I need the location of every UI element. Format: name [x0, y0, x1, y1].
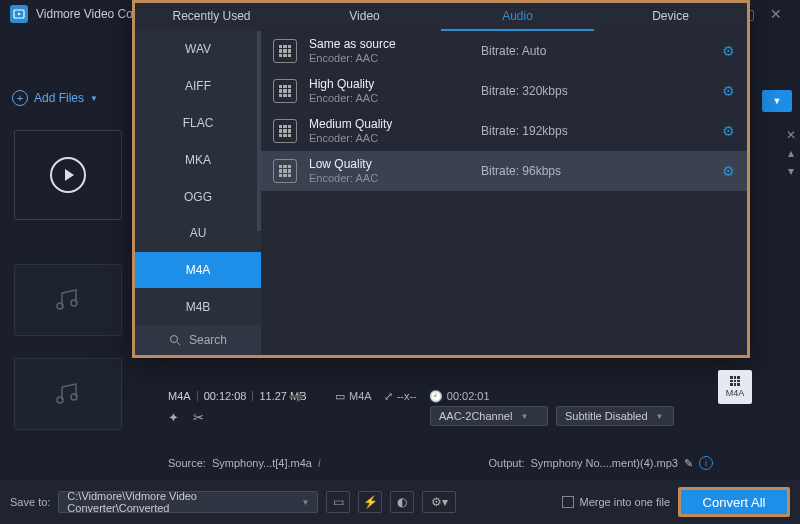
tab-video[interactable]: Video — [288, 3, 441, 31]
format-search-input[interactable]: Search — [135, 325, 261, 355]
format-sidebar: WAV AIFF FLAC MKA OGG AU M4A M4B Search — [135, 31, 261, 355]
tab-audio[interactable]: Audio — [441, 3, 594, 31]
close-button[interactable]: ✕ — [762, 6, 790, 22]
format-item-ogg[interactable]: OGG — [135, 178, 261, 215]
format-item-au[interactable]: AU — [135, 215, 261, 252]
chevron-down-icon: ▼ — [656, 412, 664, 421]
pencil-icon[interactable]: ✎ — [684, 457, 693, 470]
app-logo — [10, 5, 28, 23]
svg-marker-1 — [18, 13, 21, 16]
output-info: Output: Symphony No....ment)(4).mp3 ✎ i — [488, 456, 712, 470]
duration-chip: 🕘 00:02:01 — [429, 390, 490, 403]
tab-device[interactable]: Device — [594, 3, 747, 31]
high-speed-button[interactable]: ◐ — [390, 491, 414, 513]
merge-checkbox[interactable]: Merge into one file — [562, 496, 671, 508]
svg-point-6 — [170, 336, 177, 343]
resolution-chip: ⤢ --x-- — [384, 390, 417, 403]
format-item-m4a[interactable]: M4A — [135, 252, 261, 289]
chevron-down-icon: ▼ — [90, 94, 98, 103]
format-picker-panel: Recently Used Video Audio Device WAV AIF… — [132, 0, 750, 358]
convert-dropdown-button[interactable]: ▼ — [762, 90, 792, 112]
gear-icon[interactable]: ⚙ — [722, 163, 735, 179]
arrow-icon: ➔ — [288, 384, 305, 408]
save-to-label: Save to: — [10, 496, 50, 508]
gear-icon[interactable]: ⚙ — [722, 83, 735, 99]
format-item-flac[interactable]: FLAC — [135, 105, 261, 142]
hardware-accel-button[interactable]: ⚡ — [358, 491, 382, 513]
chevron-down-icon: ▼ — [520, 412, 528, 421]
plus-icon: + — [12, 90, 28, 106]
profile-high-quality[interactable]: High QualityEncoder: AAC Bitrate: 320kbp… — [261, 71, 747, 111]
subtitle-select[interactable]: Subtitle Disabled▼ — [556, 406, 674, 426]
gear-icon[interactable]: ⚙ — [722, 123, 735, 139]
svg-line-7 — [177, 342, 180, 345]
tab-recently-used[interactable]: Recently Used — [135, 3, 288, 31]
profile-medium-quality[interactable]: Medium QualityEncoder: AAC Bitrate: 192k… — [261, 111, 747, 151]
move-up-icon[interactable]: ▴ — [786, 146, 796, 160]
audio-select[interactable]: AAC-2Channel▼ — [430, 406, 548, 426]
source-info: Source: Symphony...t[4].m4a i — [168, 456, 320, 470]
move-down-icon[interactable]: ▾ — [786, 164, 796, 178]
profile-icon — [273, 119, 297, 143]
add-files-button[interactable]: + Add Files ▼ — [12, 90, 98, 106]
save-path-select[interactable]: C:\Vidmore\Vidmore Video Converter\Conve… — [58, 491, 318, 513]
list-item-thumbnail[interactable] — [14, 264, 122, 336]
format-item-mka[interactable]: MKA — [135, 141, 261, 178]
chevron-down-icon: ▼ — [301, 498, 309, 507]
info-icon[interactable]: i — [699, 456, 713, 470]
profile-low-quality[interactable]: Low QualityEncoder: AAC Bitrate: 96kbps … — [261, 151, 747, 191]
format-item-m4b[interactable]: M4B — [135, 288, 261, 325]
preview-thumbnail[interactable] — [14, 130, 122, 220]
target-format-tile[interactable]: M4A — [718, 370, 752, 404]
list-item-thumbnail[interactable] — [14, 358, 122, 430]
search-label: Search — [189, 333, 227, 347]
convert-all-button[interactable]: Convert All — [678, 487, 790, 517]
add-files-label: Add Files — [34, 91, 84, 105]
settings-button[interactable]: ⚙▾ — [422, 491, 456, 513]
target-format-chip: ▭ M4A — [335, 390, 372, 403]
search-icon — [169, 334, 181, 346]
gear-icon[interactable]: ⚙ — [722, 43, 735, 59]
profile-same-as-source[interactable]: Same as sourceEncoder: AAC Bitrate: Auto… — [261, 31, 747, 71]
profile-icon — [273, 159, 297, 183]
format-item-wav[interactable]: WAV — [135, 31, 261, 68]
close-panel-icon[interactable]: ✕ — [786, 128, 796, 142]
effects-icon[interactable]: ✦ — [168, 410, 179, 425]
play-icon — [50, 157, 86, 193]
cut-icon[interactable]: ✂ — [193, 410, 204, 425]
format-item-aiff[interactable]: AIFF — [135, 68, 261, 105]
open-folder-button[interactable]: ▭ — [326, 491, 350, 513]
profile-icon — [273, 79, 297, 103]
profile-icon — [273, 39, 297, 63]
profiles-list: Same as sourceEncoder: AAC Bitrate: Auto… — [261, 31, 747, 355]
source-info-icon[interactable]: i — [318, 457, 320, 469]
